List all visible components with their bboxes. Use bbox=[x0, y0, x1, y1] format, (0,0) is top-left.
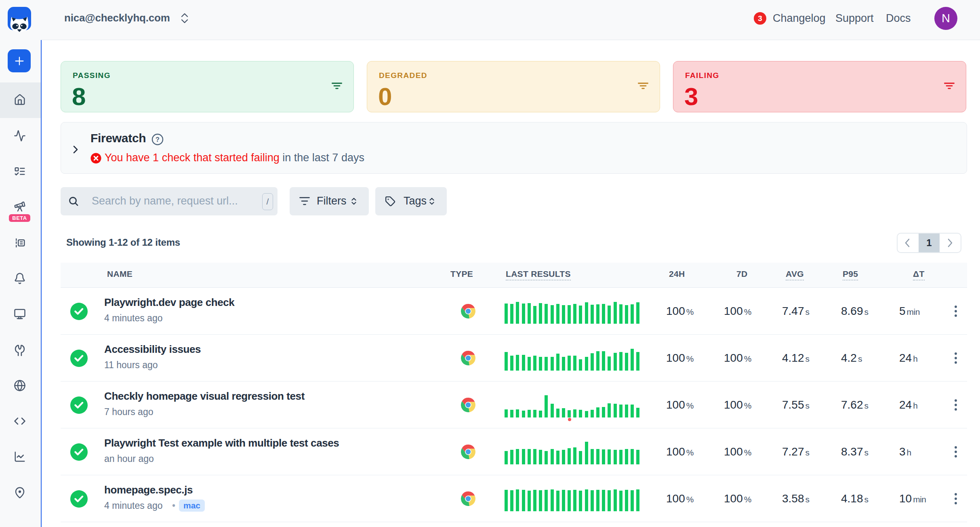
svg-text:?: ? bbox=[156, 136, 160, 143]
